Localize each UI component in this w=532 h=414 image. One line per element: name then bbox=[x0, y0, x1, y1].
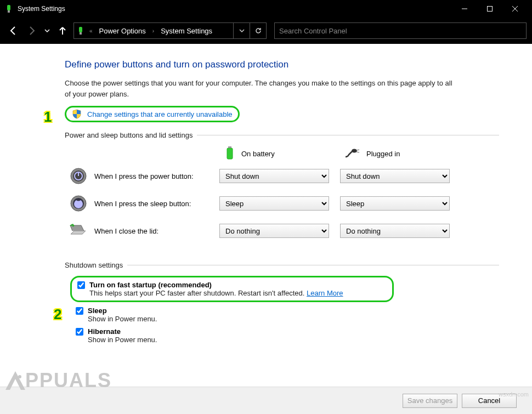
search-input[interactable]: Search Control Panel bbox=[274, 22, 527, 39]
refresh-button[interactable] bbox=[250, 23, 266, 38]
sleep-button-label: When I press the sleep button: bbox=[94, 200, 219, 208]
sleep-button-battery-select[interactable]: Sleep bbox=[219, 196, 329, 211]
shutdown-legend: Shutdown settings bbox=[65, 261, 127, 269]
lid-plugged-select[interactable]: Do nothing bbox=[340, 224, 450, 238]
svg-line-12 bbox=[356, 152, 359, 152]
annotation-1: 1 bbox=[44, 109, 52, 126]
row-sleep-button: When I press the sleep button: Sleep Sle… bbox=[69, 194, 499, 213]
watermark-a-icon bbox=[3, 370, 27, 391]
hibernate-checkbox[interactable] bbox=[76, 328, 83, 336]
chevron-right-icon: › bbox=[150, 28, 156, 34]
minimize-button[interactable] bbox=[452, 0, 477, 18]
fast-startup-checkbox[interactable] bbox=[77, 281, 85, 289]
row-close-lid: When I close the lid: Do nothing Do noth… bbox=[69, 222, 499, 240]
svg-rect-0 bbox=[7, 5, 10, 10]
credit: wsxdn.com bbox=[499, 391, 529, 398]
change-settings-row: Change settings that are currently unava… bbox=[65, 106, 240, 122]
app-icon bbox=[4, 4, 13, 13]
forward-button[interactable] bbox=[24, 23, 39, 38]
shutdown-group: Shutdown settings Turn on fast startup (… bbox=[65, 261, 499, 348]
hibernate-title: Hibernate bbox=[88, 327, 121, 336]
content-area: Define power buttons and turn on passwor… bbox=[0, 44, 532, 387]
svg-rect-3 bbox=[488, 7, 493, 12]
sleep-sub: Show in Power menu. bbox=[88, 315, 499, 323]
recent-dropdown[interactable] bbox=[43, 23, 52, 38]
close-button[interactable] bbox=[502, 0, 528, 18]
fast-startup-highlight: Turn on fast startup (recommended) This … bbox=[70, 276, 394, 302]
back-button[interactable] bbox=[5, 23, 21, 38]
col-on-battery: On battery bbox=[224, 146, 333, 161]
svg-point-10 bbox=[352, 149, 357, 153]
page-description: Choose the power settings that you want … bbox=[65, 78, 460, 99]
fast-startup-sub-text: This helps start your PC faster after sh… bbox=[89, 289, 307, 297]
lid-battery-select[interactable]: Do nothing bbox=[219, 224, 329, 238]
power-sleep-legend: Power and sleep buttons and lid settings bbox=[65, 131, 197, 139]
battery-icon bbox=[224, 146, 236, 161]
sleep-button-plugged-select[interactable]: Sleep bbox=[340, 196, 450, 211]
breadcrumb-system-settings[interactable]: System Settings bbox=[159, 26, 214, 36]
svg-line-11 bbox=[356, 150, 359, 150]
address-icon bbox=[76, 26, 85, 35]
lid-label: When I close the lid: bbox=[94, 227, 219, 235]
titlebar: System Settings bbox=[0, 0, 532, 18]
power-sleep-group: Power and sleep buttons and lid settings… bbox=[65, 131, 499, 249]
svg-rect-8 bbox=[227, 148, 233, 159]
annotation-2: 2 bbox=[54, 306, 61, 323]
svg-rect-7 bbox=[80, 32, 82, 35]
col-plugged-in-label: Plugged in bbox=[366, 150, 400, 158]
up-button[interactable] bbox=[55, 23, 70, 38]
row-power-button: When I press the power button: Shut down… bbox=[69, 167, 499, 185]
col-plugged-in: Plugged in bbox=[344, 146, 454, 161]
power-button-label: When I press the power button: bbox=[94, 172, 219, 180]
power-button-battery-select[interactable]: Shut down bbox=[219, 169, 329, 183]
sleep-checkbox[interactable] bbox=[76, 307, 83, 315]
power-button-plugged-select[interactable]: Shut down bbox=[340, 169, 450, 183]
learn-more-link[interactable]: Learn More bbox=[307, 289, 343, 297]
watermark: PPUALS bbox=[3, 369, 112, 392]
navbar: « Power Options › System Settings Search… bbox=[0, 18, 532, 44]
svg-rect-6 bbox=[79, 27, 82, 32]
sleep-title: Sleep bbox=[88, 307, 107, 315]
col-on-battery-label: On battery bbox=[241, 150, 275, 158]
svg-point-19 bbox=[18, 375, 21, 378]
breadcrumb-prefix: « bbox=[87, 28, 95, 34]
breadcrumb-power-options[interactable]: Power Options bbox=[97, 26, 148, 36]
address-dropdown[interactable] bbox=[233, 23, 250, 38]
sleep-button-icon bbox=[69, 194, 88, 213]
power-button-icon bbox=[69, 167, 88, 185]
fast-startup-title: Turn on fast startup (recommended) bbox=[89, 281, 212, 289]
uac-shield-icon bbox=[72, 109, 82, 119]
svg-rect-9 bbox=[228, 146, 231, 148]
address-bar[interactable]: « Power Options › System Settings bbox=[73, 22, 267, 39]
hibernate-sub: Show in Power menu. bbox=[88, 336, 499, 344]
save-changes-button[interactable]: Save changes bbox=[403, 394, 457, 408]
change-settings-link[interactable]: Change settings that are currently unava… bbox=[87, 110, 233, 118]
fast-startup-sub: This helps start your PC faster after sh… bbox=[89, 289, 387, 297]
window-title: System Settings bbox=[18, 5, 452, 13]
svg-rect-1 bbox=[8, 10, 10, 13]
page-heading: Define power buttons and turn on passwor… bbox=[65, 59, 499, 70]
maximize-button[interactable] bbox=[477, 0, 502, 18]
plug-icon bbox=[344, 148, 361, 159]
lid-icon bbox=[69, 222, 88, 240]
watermark-text: PPUALS bbox=[25, 369, 112, 392]
